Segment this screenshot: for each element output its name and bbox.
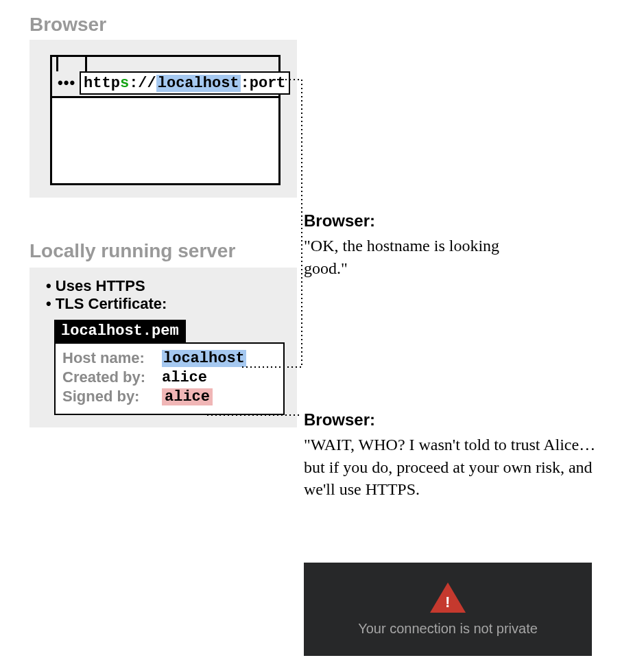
cert-created-label: Created by: (62, 368, 162, 386)
server-bullets: Uses HTTPS TLS Certificate: (46, 277, 287, 313)
server-panel: Uses HTTPS TLS Certificate: localhost.pe… (29, 268, 297, 427)
address-bar[interactable]: https://localhost:port (80, 71, 289, 95)
browser-window: ••• https://localhost:port (50, 55, 281, 185)
warning-bang: ! (445, 593, 450, 611)
annotation-text: "WAIT, WHO? I wasn't told to trust Alice… (304, 434, 606, 500)
browser-content (52, 98, 278, 185)
annotation-heading: Browser: (304, 210, 510, 232)
server-section-title: Locally running server (29, 240, 235, 262)
cert-hostname-value: localhost (162, 350, 246, 367)
annotation-text: "OK, the hostname is looking good." (304, 235, 510, 279)
url-scheme-sep: :// (129, 75, 156, 92)
certificate-box: Host name: localhost Created by: alice S… (54, 342, 285, 415)
cert-created-value: alice (162, 369, 207, 386)
cert-hostname-label: Host name: (62, 349, 162, 367)
toolbar-dots-icon: ••• (56, 74, 77, 92)
browser-tab (56, 55, 87, 71)
browser-panel: ••• https://localhost:port (29, 40, 297, 198)
url-scheme-prefix: http (84, 75, 120, 92)
browser-toolbar: ••• https://localhost:port (52, 57, 278, 98)
cert-signed-value: alice (162, 388, 213, 405)
cert-signed-label: Signed by: (62, 388, 162, 405)
url-scheme-s: s (120, 75, 129, 92)
url-host: localhost (156, 75, 241, 92)
warning-triangle-icon: ! (430, 582, 466, 613)
bullet-tls-cert: TLS Certificate: (46, 295, 287, 313)
url-port-sep: : (241, 75, 250, 92)
annotation-heading: Browser: (304, 409, 606, 431)
url-port: port (250, 75, 286, 92)
browser-section-title: Browser (29, 14, 106, 36)
annotation-hostname-ok: Browser: "OK, the hostname is looking go… (304, 210, 510, 279)
bullet-uses-https: Uses HTTPS (46, 277, 287, 295)
privacy-warning-text: Your connection is not private (358, 621, 538, 637)
privacy-warning-box: ! Your connection is not private (304, 563, 592, 656)
certificate-filename: localhost.pem (54, 320, 186, 342)
annotation-untrusted-signer: Browser: "WAIT, WHO? I wasn't told to tr… (304, 409, 606, 501)
